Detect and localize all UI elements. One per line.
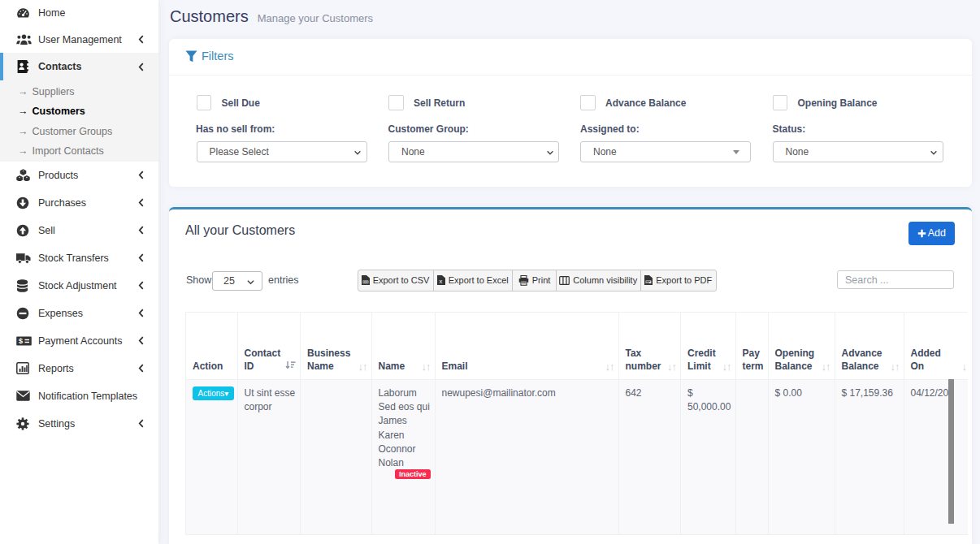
svg-text:$: $ <box>19 337 23 345</box>
svg-text:x: x <box>439 278 442 285</box>
